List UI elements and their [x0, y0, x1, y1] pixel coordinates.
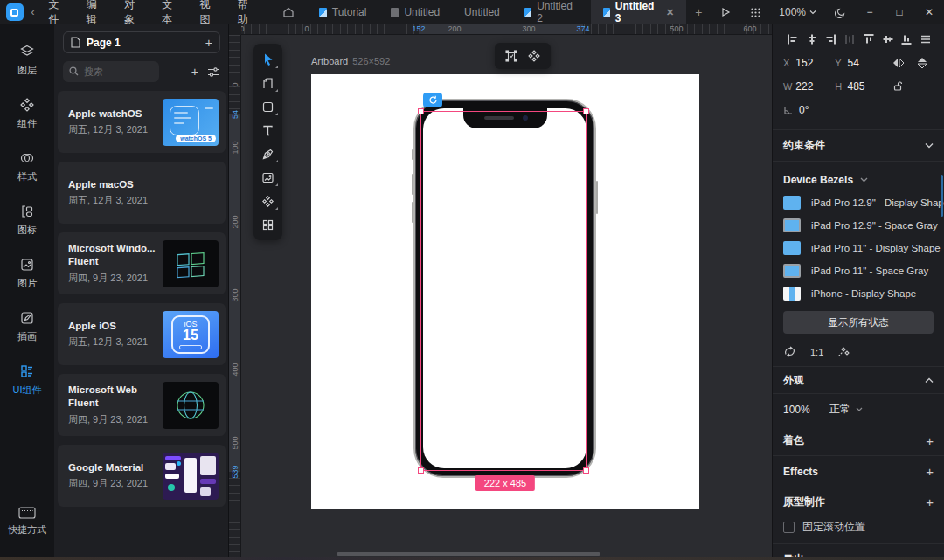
tab-untitled-1[interactable]: Untitled [378, 0, 452, 24]
rail-label: UI组件 [13, 384, 42, 397]
text-tool[interactable] [258, 120, 279, 141]
device-bezels-header[interactable]: Device Bezels [773, 165, 944, 191]
tab-untitled-4-active[interactable]: Untitled 3 ✕ [591, 0, 687, 24]
list-item-apple-ios[interactable]: Apple iOS 周五, 12月 3, 2021 iOS 15 [58, 303, 226, 365]
bezel-option-ipad-11-gray[interactable]: iPad Pro 11" - Space Gray [773, 259, 944, 282]
zoom-control[interactable]: 100% [770, 6, 825, 18]
rail-item-ui-kit[interactable]: UI组件 [0, 353, 54, 406]
y-input[interactable]: 54 [847, 57, 886, 69]
rotate-handle[interactable] [423, 93, 442, 107]
bezel-option-ipad-11-display[interactable]: iPad Pro 11" - Display Shape [773, 237, 944, 259]
x-input[interactable]: 152 [795, 57, 835, 69]
new-tab-button[interactable]: + [686, 5, 711, 19]
resize-handle-sw[interactable] [418, 467, 424, 474]
swap-instance-icon[interactable] [783, 346, 796, 357]
page-selector[interactable]: Page 1 + [63, 31, 220, 53]
flip-horizontal-icon[interactable] [886, 58, 910, 68]
appearance-section[interactable]: 外观 [773, 366, 944, 393]
align-right-icon[interactable] [822, 33, 841, 45]
lock-ratio-icon[interactable] [886, 80, 910, 92]
add-library-button[interactable]: + [191, 65, 198, 79]
tint-section[interactable]: 着色 + [773, 425, 944, 455]
tab-tutorial[interactable]: Tutorial [307, 0, 379, 24]
maximize-icon[interactable]: □ [885, 6, 914, 18]
align-bottom-icon[interactable] [898, 33, 917, 45]
tab-untitled-2[interactable]: Untitled [452, 0, 512, 24]
rail-item-icons[interactable]: 图标 [0, 193, 54, 246]
align-h-center-icon[interactable] [802, 33, 822, 45]
add-tint-button[interactable]: + [926, 433, 934, 448]
add-effect-button[interactable]: + [926, 464, 934, 479]
tab-untitled-3[interactable]: Untitled 2 [512, 0, 591, 24]
app-logo[interactable] [6, 3, 24, 21]
constraints-section[interactable]: 约束条件 [773, 129, 944, 161]
opacity-input[interactable]: 100% [783, 404, 810, 416]
image-tool[interactable] [258, 167, 279, 188]
prototype-section[interactable]: 原型制作 + [773, 487, 944, 516]
list-item-google-material[interactable]: Google Material 周四, 9月 23, 2021 [58, 445, 226, 507]
close-window-icon[interactable]: ✕ [914, 6, 944, 18]
rail-item-illustrations[interactable]: 插画 [0, 300, 54, 353]
add-page-button[interactable]: + [205, 36, 212, 50]
menu-file[interactable]: 文件 [49, 0, 69, 27]
play-icon[interactable] [711, 7, 740, 17]
more-align-icon[interactable] [916, 33, 935, 45]
theme-moon-icon[interactable] [825, 7, 855, 18]
group-selection-icon[interactable] [504, 49, 518, 63]
height-input[interactable]: 485 [847, 80, 886, 93]
bezel-option-ipad-129-gray[interactable]: iPad Pro 12.9" - Space Gray [773, 214, 944, 237]
menu-edit[interactable]: 编辑 [87, 0, 107, 27]
width-input[interactable]: 222 [795, 80, 835, 93]
effects-section[interactable]: Effects + [773, 455, 944, 487]
select-tool[interactable] [258, 49, 279, 70]
align-left-icon[interactable] [783, 33, 802, 45]
prototype-title: 原型制作 [783, 494, 825, 509]
reset-size-button[interactable]: 1:1 [810, 347, 823, 357]
menu-view[interactable]: 视图 [199, 0, 219, 27]
flip-vertical-icon[interactable] [910, 57, 934, 69]
align-top-icon[interactable] [859, 33, 878, 45]
shortcuts-button[interactable]: 快捷方式 [0, 494, 54, 548]
resize-handle-se[interactable] [583, 467, 589, 474]
menu-text[interactable]: 文本 [162, 0, 182, 27]
component-tool[interactable] [258, 190, 279, 211]
inspector-scrollbar[interactable] [941, 175, 943, 217]
blend-mode-select[interactable]: 正常 [829, 402, 863, 417]
rail-item-images[interactable]: 图片 [0, 246, 54, 300]
list-item-microsoft-windows-fluent[interactable]: Microsoft Windo... Fluent 周四, 9月 23, 202… [58, 232, 226, 294]
close-tab-icon[interactable]: ✕ [666, 7, 674, 18]
rail-item-layers[interactable]: 图层 [0, 33, 54, 86]
filter-sliders-icon[interactable] [207, 66, 220, 78]
frame-tool[interactable] [258, 73, 279, 93]
create-component-icon[interactable] [527, 49, 541, 63]
shape-tool[interactable] [258, 96, 279, 117]
fix-scroll-checkbox[interactable] [783, 522, 795, 533]
detach-instance-icon[interactable] [837, 346, 850, 357]
resize-handle-nw[interactable] [418, 108, 424, 114]
canvas[interactable]: 100 0 152 200 300 374 500 600 0 54 100 2… [229, 24, 772, 560]
list-item-microsoft-web-fluent[interactable]: Microsoft Web Fluent 周四, 9月 23, 2021 [58, 374, 226, 436]
pen-tool[interactable] [258, 143, 279, 164]
list-item-apple-macos[interactable]: Apple macOS 周五, 12月 3, 2021 [58, 162, 226, 224]
apps-grid-icon[interactable] [740, 7, 770, 18]
rotation-input[interactable]: 0° [799, 104, 843, 116]
rail-item-components[interactable]: 组件 [0, 86, 54, 140]
menu-help[interactable]: 帮助 [238, 0, 258, 27]
show-all-states-button[interactable]: 显示所有状态 [783, 311, 934, 334]
add-interaction-button[interactable]: + [926, 494, 934, 509]
distribute-horizontal-icon[interactable] [840, 33, 859, 45]
list-item-apple-watchos[interactable]: Apple watchOS 周五, 12月 3, 2021 watchOS 5 [58, 91, 226, 153]
resize-handle-ne[interactable] [583, 108, 589, 114]
bezel-option-ipad-129-display[interactable]: iPad Pro 12.9" - Display Shape [773, 191, 944, 214]
bezel-option-iphone-display[interactable]: iPhone - Display Shape [773, 282, 944, 305]
volume-up-button [412, 174, 413, 195]
menu-object[interactable]: 对象 [124, 0, 144, 27]
back-chevron-icon[interactable]: ‹ [31, 6, 35, 18]
minimize-icon[interactable]: − [855, 6, 885, 18]
home-icon[interactable] [282, 6, 295, 18]
artboard-label[interactable]: Artboard526×592 [311, 56, 390, 66]
align-v-center-icon[interactable] [878, 33, 898, 45]
rail-item-styles[interactable]: 样式 [0, 140, 54, 193]
horizontal-scrollbar[interactable] [337, 552, 600, 556]
grid-tool[interactable] [258, 214, 279, 235]
